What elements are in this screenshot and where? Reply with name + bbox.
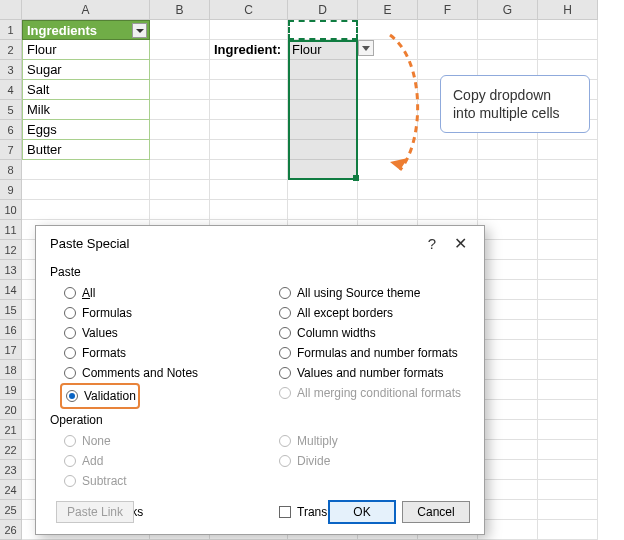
cell[interactable]	[478, 280, 538, 300]
row-header-20[interactable]: 20	[0, 400, 22, 420]
row-header-10[interactable]: 10	[0, 200, 22, 220]
cell[interactable]	[538, 420, 598, 440]
radio-except-borders[interactable]: All except borders	[265, 303, 470, 323]
cell[interactable]	[538, 400, 598, 420]
col-header-A[interactable]: A	[22, 0, 150, 20]
cell[interactable]	[478, 340, 538, 360]
table-row[interactable]: Sugar	[22, 60, 150, 80]
cell[interactable]	[478, 180, 538, 200]
row-header-2[interactable]: 2	[0, 40, 22, 60]
cell[interactable]	[150, 160, 210, 180]
cell-B4[interactable]	[150, 80, 210, 100]
dialog-titlebar[interactable]: Paste Special ? ✕	[36, 226, 484, 259]
row-header-17[interactable]: 17	[0, 340, 22, 360]
row-header-22[interactable]: 22	[0, 440, 22, 460]
cell[interactable]	[418, 160, 478, 180]
cell[interactable]	[478, 300, 538, 320]
cell-H7[interactable]	[538, 140, 598, 160]
cell-D6[interactable]	[288, 120, 358, 140]
cell-E1[interactable]	[358, 20, 418, 40]
row-header-18[interactable]: 18	[0, 360, 22, 380]
row-header-23[interactable]: 23	[0, 460, 22, 480]
cell[interactable]	[22, 200, 150, 220]
cell-D1[interactable]	[288, 20, 358, 40]
cell-B6[interactable]	[150, 120, 210, 140]
cell-D5[interactable]	[288, 100, 358, 120]
cell-E7[interactable]	[358, 140, 418, 160]
radio-values[interactable]: Values	[50, 323, 255, 343]
cell[interactable]	[210, 200, 288, 220]
cell-C6[interactable]	[210, 120, 288, 140]
table-row[interactable]: Butter	[22, 140, 150, 160]
row-header-24[interactable]: 24	[0, 480, 22, 500]
cell-E3[interactable]	[358, 60, 418, 80]
cell[interactable]	[478, 360, 538, 380]
help-icon[interactable]: ?	[418, 235, 446, 252]
cell-C4[interactable]	[210, 80, 288, 100]
col-header-E[interactable]: E	[358, 0, 418, 20]
cell-C3[interactable]	[210, 60, 288, 80]
filter-dropdown-icon[interactable]	[132, 23, 147, 38]
select-all-corner[interactable]	[0, 0, 22, 20]
cell-E6[interactable]	[358, 120, 418, 140]
cell-G2[interactable]	[478, 40, 538, 60]
row-header-3[interactable]: 3	[0, 60, 22, 80]
col-header-D[interactable]: D	[288, 0, 358, 20]
row-header-13[interactable]: 13	[0, 260, 22, 280]
cell[interactable]	[478, 420, 538, 440]
cell-H2[interactable]	[538, 40, 598, 60]
cell[interactable]	[478, 240, 538, 260]
radio-formulas-number[interactable]: Formulas and number formats	[265, 343, 470, 363]
row-header-8[interactable]: 8	[0, 160, 22, 180]
cell[interactable]	[418, 200, 478, 220]
row-header-12[interactable]: 12	[0, 240, 22, 260]
cell[interactable]	[478, 400, 538, 420]
table-row[interactable]: Eggs	[22, 120, 150, 140]
table-header-cell[interactable]: Ingredients	[22, 20, 150, 40]
cell-H1[interactable]	[538, 20, 598, 40]
row-header-7[interactable]: 7	[0, 140, 22, 160]
cell[interactable]	[538, 320, 598, 340]
table-row[interactable]: Flour	[22, 40, 150, 60]
cell[interactable]	[288, 180, 358, 200]
radio-source-theme[interactable]: All using Source theme	[265, 283, 470, 303]
data-validation-dropdown-icon[interactable]	[358, 40, 374, 56]
cell[interactable]	[478, 480, 538, 500]
cell-C7[interactable]	[210, 140, 288, 160]
row-header-14[interactable]: 14	[0, 280, 22, 300]
cell-B1[interactable]	[150, 20, 210, 40]
cell[interactable]	[288, 160, 358, 180]
cell-G1[interactable]	[478, 20, 538, 40]
cell-C1[interactable]	[210, 20, 288, 40]
row-header-6[interactable]: 6	[0, 120, 22, 140]
row-header-21[interactable]: 21	[0, 420, 22, 440]
cell-D2[interactable]: Flour	[288, 40, 358, 60]
row-header-11[interactable]: 11	[0, 220, 22, 240]
cell-E5[interactable]	[358, 100, 418, 120]
col-header-G[interactable]: G	[478, 0, 538, 20]
cell[interactable]	[538, 360, 598, 380]
radio-comments[interactable]: Comments and Notes	[50, 363, 255, 383]
row-header-1[interactable]: 1	[0, 20, 22, 40]
cell[interactable]	[478, 520, 538, 540]
cell[interactable]	[538, 260, 598, 280]
cell-E4[interactable]	[358, 80, 418, 100]
ok-button[interactable]: OK	[328, 500, 396, 524]
table-row[interactable]: Salt	[22, 80, 150, 100]
col-header-H[interactable]: H	[538, 0, 598, 20]
cell-F7[interactable]	[418, 140, 478, 160]
cell[interactable]	[478, 500, 538, 520]
cell[interactable]	[538, 160, 598, 180]
cell[interactable]	[478, 320, 538, 340]
cell-G7[interactable]	[478, 140, 538, 160]
cell[interactable]	[22, 160, 150, 180]
table-row[interactable]: Milk	[22, 100, 150, 120]
close-icon[interactable]: ✕	[446, 234, 474, 253]
cell[interactable]	[478, 380, 538, 400]
cell[interactable]	[210, 180, 288, 200]
cell[interactable]	[538, 480, 598, 500]
radio-validation[interactable]: Validation	[64, 386, 136, 406]
radio-column-widths[interactable]: Column widths	[265, 323, 470, 343]
cell-D4[interactable]	[288, 80, 358, 100]
cell[interactable]	[358, 180, 418, 200]
